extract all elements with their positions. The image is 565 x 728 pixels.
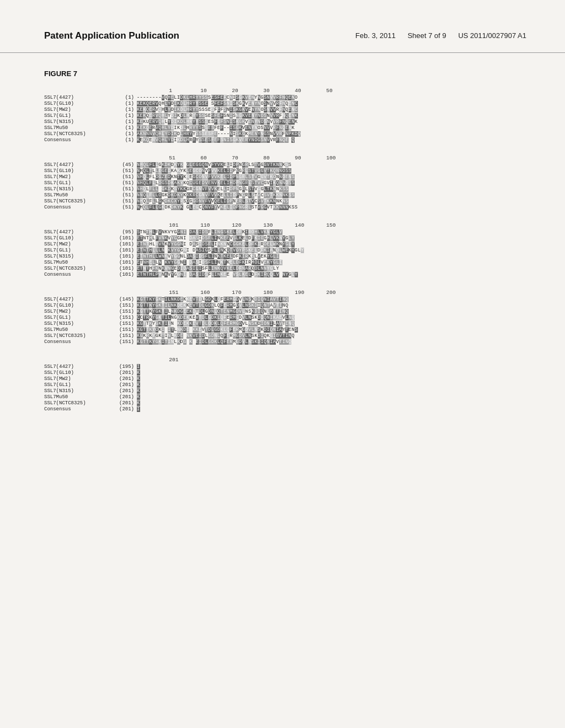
seq-data: KGTTKYOKI ITLNKDE KKEVTDLGDKLQFERMGDVLNS… xyxy=(137,327,298,333)
seq-label: SSL7(MW2) xyxy=(44,376,110,382)
alignment-row: Consensus(201)I xyxy=(44,406,526,412)
seq-data: NHQLFLLGKDKDKYK GLEGGQNVFYVKELIDPNGRLSTV… xyxy=(137,162,291,168)
alignment-row: SSL7(MW2)(151)KGTTKYGKTILNKDGEEKQTDLGDNL… xyxy=(44,309,526,314)
seq-label: SSL7(NCTC8325) xyxy=(44,131,110,137)
alignment-row: SSL7(GL10)(1)KEKQERVQHLYDIKDLHRYYSSE SFE… xyxy=(44,101,526,106)
seq-label: SSL7(GL10) xyxy=(44,101,110,106)
seq-data: ETNTHFKNKVNGEDIDASILISFLINKQVKELDFNARQOL… xyxy=(137,266,279,271)
alignment-row: SSL7(GL1)(151)CCTRKYGKTILNGKDEKKEVTDLGDK… xyxy=(44,315,526,320)
alignment-block: 151 160 170 180 190 200SSL7(4427)(145)KG… xyxy=(44,290,526,345)
seq-pos: (195) xyxy=(110,364,137,370)
seq-pos: (1) xyxy=(110,119,137,125)
header-meta: Feb. 3, 2011 Sheet 7 of 9 US 2011/002790… xyxy=(345,30,526,41)
seq-data: I xyxy=(137,406,140,412)
seq-label: SSL7(GL10) xyxy=(44,235,110,241)
seq-pos: (101) xyxy=(110,242,137,247)
header-patent: US 2011/0027907 A1 xyxy=(458,30,526,41)
alignment-row: SSL7Mu50(51)NNQLFLLOGKDKDKYKXKRCGNVFVVKE… xyxy=(44,192,526,198)
seq-pos: (151) xyxy=(110,309,137,314)
alignment-row: SSL7(N315)(1)KEKUERVQHLYDIKDLHRYYSSSESFE… xyxy=(44,119,526,125)
alignment-row: SSL7(4427)(1)--------VQHELIDKLHRYYSSSESF… xyxy=(44,95,526,100)
seq-data: ETNTHLFVNKVYGGNI DASIDSFLINKEEVSLKELDFKI… xyxy=(137,235,295,241)
seq-pos: (145) xyxy=(110,297,137,302)
seq-data: NHQLFLOGZEDKNTYKREGCONVFVVKELIDPNGRLSTVG… xyxy=(137,174,295,180)
seq-label: Consensus xyxy=(44,205,110,210)
alignment-row: Consensus(151)KGTTKYGKITINLKDG K EIDLGDK… xyxy=(44,339,526,345)
seq-label: SSL7(4427) xyxy=(44,297,110,302)
alignment-container: 1 10 20 30 40 50SSL7(4427)(1)--------VQH… xyxy=(44,88,526,412)
seq-data: NHQLFLLGKDKDKYK GLEGCQNVFYVKELIDPNGRLSTV… xyxy=(137,205,298,210)
alignment-row: SSL7(N315)(51)NHQLFLL GKDKSYKKGRCGNVFVVK… xyxy=(44,186,526,192)
seq-label: SSL7(NCTC8325) xyxy=(44,333,110,339)
seq-data: KGTTKYGKITINLKDG K EIDLGDKLQFERMGDVLNSKD… xyxy=(137,339,291,345)
seq-data: KEKQERVQHLYDIKDLHRYYSSSESFEF--ISGKVENYNO… xyxy=(137,125,295,131)
seq-label: Consensus xyxy=(44,272,110,277)
seq-pos: (201) xyxy=(110,370,137,376)
seq-pos: (201) xyxy=(110,406,137,412)
alignment-row: SSL7(MW2)(1)KEKQERVQHLYDIKDLHRYYSSSESFEF… xyxy=(44,107,526,113)
alignment-row: Consensus(101)ETNTHLPVNKVYGGNI DASIDSFLI… xyxy=(44,272,526,277)
seq-label: SSL7Mu50 xyxy=(44,327,110,333)
seq-data: K xyxy=(137,376,140,382)
seq-label: SSL7Mu50 xyxy=(44,192,110,198)
seq-pos: (201) xyxy=(110,394,137,400)
seq-data: CCTRKYGKTILNGKDEKKEVTDLGDKLQFERMGDVLNSKD… xyxy=(137,315,295,320)
alignment-row: SSL7(GL1)(1)KEKQERVQHLYDIKDLHRYYSSSESFEF… xyxy=(44,113,526,119)
seq-pos: (101) xyxy=(110,235,137,241)
seq-pos: (1) xyxy=(110,137,137,143)
seq-label: SSL7(GL10) xyxy=(44,303,110,308)
alignment-row: SSL7(N315)(151)KGTTKYGKTILN KDEKKEVTDLOD… xyxy=(44,321,526,326)
alignment-ruler: 101 110 120 130 140 150 xyxy=(141,222,526,228)
seq-data: STNTHLFVNKVYGGNI DASIDSFLINGSKELDFKIROHL… xyxy=(137,229,282,235)
seq-data: ETNHELLN KVYGGNI DASIDSFLINKTKELDFKIRMOL… xyxy=(137,260,282,265)
seq-pos: (51) xyxy=(110,174,137,180)
seq-label: Consensus xyxy=(44,137,110,143)
alignment-row: Consensus(51)NHQLFLLGKDKDKYK GLEGCQNVFYV… xyxy=(44,205,526,210)
header-sheet: Sheet 7 of 9 xyxy=(408,30,446,41)
seq-pos: (51) xyxy=(110,168,137,174)
seq-data: KGTTKYGKTILNKDEKKEVTDLGDKLQFERMGDVLNSKDI… xyxy=(137,303,289,308)
seq-label: SSL7(NCTC8325) xyxy=(44,400,110,406)
seq-label: SSL7(N315) xyxy=(44,119,110,125)
seq-label: SSL7Mu50 xyxy=(44,394,110,400)
seq-label: SSL7(NCTC8325) xyxy=(44,266,110,271)
alignment-row: SSL7(NCTC8325)(101)ETNTHFKNKVNGEDIDASILI… xyxy=(44,266,526,271)
seq-label: SSL7(MW2) xyxy=(44,309,110,314)
seq-label: SSL7(N315) xyxy=(44,321,110,326)
seq-pos: (101) xyxy=(110,248,137,253)
alignment-row: SSL7Mu50(1)KEKQERVQHLYDIKDLHRYYSSSESFEF-… xyxy=(44,125,526,131)
alignment-row: SSL7(N315)(201)K xyxy=(44,388,526,394)
seq-data: NNQLFLLOGKDKDKYKXKRCGNVFVVKELLIDPNGRLSTV… xyxy=(137,192,295,198)
seq-data: KEKQERVQHLYDIKDLHRYYSSSESFEFSNISKGKVENYN… xyxy=(137,107,298,113)
alignment-row: SSL7Mu50(101)ETNHELLN KVYGGNI DASIDSFLIN… xyxy=(44,260,526,265)
alignment-row: SSL7Mu50(201)K xyxy=(44,394,526,400)
seq-label: SSL7(N315) xyxy=(44,254,110,259)
seq-data: KGTTKYGKTILNKDEKKEVTDLGDKLQFERMGDVLNSKDI… xyxy=(137,297,289,302)
main-content: FIGURE 7 1 10 20 30 40 50SSL7(4427)(1)--… xyxy=(0,58,565,446)
alignment-row: SSL7(GL1)(101)ETNTHLLLN KVYGGNI DASIGSFL… xyxy=(44,248,526,253)
alignment-row: SSL7(4427)(195)I xyxy=(44,364,526,370)
seq-pos: (1) xyxy=(110,131,137,137)
seq-pos: (201) xyxy=(110,400,137,406)
seq-pos: (151) xyxy=(110,321,137,326)
seq-label: SSL7(GL1) xyxy=(44,180,110,186)
seq-data: KGTTKYGKTILN KDEKKEVTDLODKLQFERMGDVLNSKD… xyxy=(137,321,295,326)
seq-label: SSL7Mu50 xyxy=(44,125,110,131)
page: Patent Application Publication Feb. 3, 2… xyxy=(0,0,565,728)
seq-data: KEKQERVQHLYDIKDLHRYYSSSESFEFSNISNGKVENYN… xyxy=(137,113,298,119)
alignment-row: SSL7(NCTC8325)(201)K xyxy=(44,400,526,406)
publication-title: Patent Application Publication xyxy=(44,30,179,41)
seq-pos: (51) xyxy=(110,199,137,204)
seq-pos: (1) xyxy=(110,95,137,100)
seq-data: ETNTHLPVNKVYGGNI DASIDSFLINKEE VSLKELDFK… xyxy=(137,272,298,277)
seq-label: Consensus xyxy=(44,406,110,412)
seq-label: SSL7(4427) xyxy=(44,364,110,370)
alignment-ruler: 201 xyxy=(141,357,526,363)
seq-pos: (201) xyxy=(110,376,137,382)
seq-label: SSL7(GL1) xyxy=(44,113,110,119)
seq-data: KEKQERVQHLYDIKDLHRYYSSESFEFSNISGKVERYNOG… xyxy=(137,137,295,143)
figure-label: FIGURE 7 xyxy=(44,69,526,78)
seq-pos: (101) xyxy=(110,272,137,277)
seq-pos: (51) xyxy=(110,205,137,210)
seq-pos: (1) xyxy=(110,125,137,131)
